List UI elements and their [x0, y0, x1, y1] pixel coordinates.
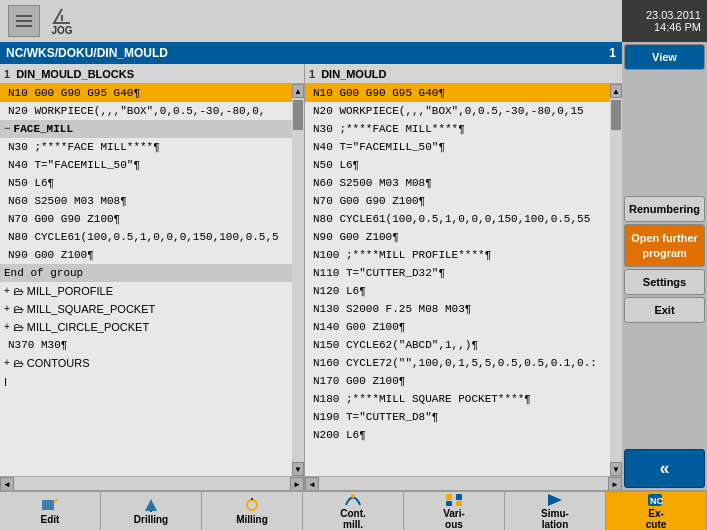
h-scroll-right-right[interactable]: ►	[608, 477, 622, 490]
right-pane-header: 1 DIN_MOULD	[305, 64, 622, 84]
left-pane-title: DIN_MOULD_BLOCKS	[16, 68, 134, 80]
right-pane-title: DIN_MOULD	[321, 68, 386, 80]
scroll-down-arrow-right[interactable]: ▼	[610, 462, 622, 476]
code-line[interactable]: N130 S2000 F.25 M08 M03¶	[305, 300, 610, 318]
code-line[interactable]: N90 G00 Z100¶	[305, 228, 610, 246]
code-line[interactable]: N70 G00 G90 Z100¶	[305, 192, 610, 210]
jog-label: JOG	[51, 25, 72, 36]
right-pane: 1 DIN_MOULD N10 G00 G90 G95 G40¶ N20 WOR…	[305, 64, 622, 490]
code-line[interactable]: N110 T="CUTTER_D32"¶	[305, 264, 610, 282]
datetime-display: 23.03.2011 14:46 PM	[622, 0, 707, 42]
left-pane-header: 1 DIN_MOULD_BLOCKS	[0, 64, 304, 84]
milling-icon	[242, 497, 262, 513]
code-line[interactable]: N100 ;****MILL PROFILE****¶	[305, 246, 610, 264]
svg-marker-15	[548, 494, 562, 506]
open-further-program-button[interactable]: Open furtherprogram	[624, 224, 705, 267]
various-label: Vari-ous	[443, 508, 465, 530]
drilling-label: Drilling	[134, 514, 168, 525]
nav-back-button[interactable]: «	[624, 449, 705, 488]
svg-rect-11	[446, 494, 452, 500]
right-scrollbar[interactable]: ▲ ▼	[610, 84, 622, 476]
milling-label: Milling	[236, 514, 268, 525]
drilling-button[interactable]: Drilling	[101, 492, 202, 530]
execute-button[interactable]: NC Ex-cute	[606, 492, 707, 530]
scroll-up-arrow[interactable]: ▲	[292, 84, 304, 98]
group-item-mill-circle[interactable]: + 🗁 MILL_CIRCLE_POCKET	[0, 318, 292, 336]
svg-line-5	[54, 499, 58, 502]
code-line[interactable]: N40 T="FACEMILL_50"¶	[0, 156, 292, 174]
code-line[interactable]: N40 T="FACEMILL_50"¶	[305, 138, 610, 156]
svg-rect-13	[446, 501, 452, 506]
group-item-mill-square[interactable]: + 🗁 MILL_SQUARE_POCKET	[0, 300, 292, 318]
scroll-up-arrow-right[interactable]: ▲	[610, 84, 622, 98]
h-scroll-left[interactable]: ◄	[0, 477, 14, 490]
execute-icon: NC	[646, 493, 666, 507]
right-pane-content: N10 G00 G90 G95 G40¶ N20 WORKPIECE(,,,"B…	[305, 84, 610, 476]
right-pane-number: 1	[309, 68, 315, 80]
svg-rect-14	[456, 501, 462, 506]
cursor-indicator: I	[0, 372, 292, 392]
right-sidebar: View Renumbering Open furtherprogram Set…	[622, 42, 707, 490]
bottom-toolbar: Edit Drilling Milling Cont.mill.	[0, 490, 707, 530]
code-line[interactable]: N160 CYCLE72("",100,0,1,5,5,0.5,0.5,0.1,…	[305, 354, 610, 372]
h-scroll-right[interactable]: ►	[290, 477, 304, 490]
svg-rect-1	[16, 20, 32, 22]
exit-button[interactable]: Exit	[624, 297, 705, 323]
code-line[interactable]: N200 L6¶	[305, 426, 610, 444]
left-scrollbar[interactable]: ▲ ▼	[292, 84, 304, 476]
code-line[interactable]: N20 WORKPIECE(,,,"BOX",0,0.5,-30,-80,0,1…	[305, 102, 610, 120]
code-line[interactable]: N170 G00 Z100¶	[305, 372, 610, 390]
code-line[interactable]: N190 T="CUTTER_D8"¶	[305, 408, 610, 426]
renumbering-button[interactable]: Renumbering	[624, 196, 705, 222]
h-scroll-left-right[interactable]: ◄	[305, 477, 319, 490]
group-header-face-mill[interactable]: −FACE_MILL	[0, 120, 292, 138]
view-button[interactable]: View	[624, 44, 705, 70]
code-line[interactable]: N50 L6¶	[305, 156, 610, 174]
settings-button[interactable]: Settings	[624, 269, 705, 295]
code-line[interactable]: N30 ;****FACE MILL****¶	[0, 138, 292, 156]
code-line[interactable]: N80 CYCLE61(100,0.5,1,0,0,0,150,100,0.5,…	[0, 228, 292, 246]
code-line[interactable]: N180 ;****MILL SQUARE POCKET****¶	[305, 390, 610, 408]
edit-label: Edit	[41, 514, 60, 525]
code-line[interactable]: N30 ;****FACE MILL****¶	[305, 120, 610, 138]
code-line[interactable]: N10 G00 G90 G95 G40¶	[0, 84, 292, 102]
page-number: 1	[609, 46, 616, 60]
edit-button[interactable]: Edit	[0, 492, 101, 530]
left-pane-content: N10 G00 G90 G95 G40¶ N20 WORKPIECE(,,,"B…	[0, 84, 292, 476]
left-pane: 1 DIN_MOULD_BLOCKS N10 G00 G90 G95 G40¶ …	[0, 64, 305, 490]
code-line[interactable]: N70 G00 G90 Z100¶	[0, 210, 292, 228]
code-line[interactable]: N90 G00 Z100¶	[0, 246, 292, 264]
code-line[interactable]: N120 L6¶	[305, 282, 610, 300]
code-line[interactable]: N50 L6¶	[0, 174, 292, 192]
end-of-group: End of group	[0, 264, 292, 282]
left-h-scrollbar[interactable]: ◄ ►	[0, 476, 304, 490]
cont-mill-button[interactable]: Cont.mill.	[303, 492, 404, 530]
code-line[interactable]: N10 G00 G90 G95 G40¶	[305, 84, 610, 102]
path-bar: NC/WKS/DOKU/DIN_MOULD 1	[0, 42, 622, 64]
cont-mill-icon	[343, 493, 363, 507]
svg-marker-6	[145, 499, 157, 511]
svg-rect-12	[456, 494, 462, 500]
simulation-button[interactable]: Simu-lation	[505, 492, 606, 530]
svg-point-8	[247, 500, 257, 510]
code-line[interactable]: N60 S2500 M03 M08¶	[0, 192, 292, 210]
code-line[interactable]: N370 M30¶	[0, 336, 292, 354]
code-line[interactable]: N20 WORKPIECE(,,,"BOX",0,0.5,-30,-80,0,	[0, 102, 292, 120]
svg-text:NC: NC	[650, 496, 663, 506]
various-button[interactable]: Vari-ous	[404, 492, 505, 530]
right-h-scrollbar[interactable]: ◄ ►	[305, 476, 622, 490]
code-line[interactable]: N60 S2500 M03 M08¶	[305, 174, 610, 192]
group-item-contours[interactable]: + 🗁 CONTOURS	[0, 354, 292, 372]
code-line[interactable]: N150 CYCLE62("ABCD",1,,)¶	[305, 336, 610, 354]
various-icon	[444, 493, 464, 507]
svg-rect-0	[16, 15, 32, 17]
code-line[interactable]: N140 G00 Z100¶	[305, 318, 610, 336]
scroll-down-arrow[interactable]: ▼	[292, 462, 304, 476]
code-line[interactable]: N80 CYCLE61(100,0.5,1,0,0,0,150,100,0.5,…	[305, 210, 610, 228]
main-content: 1 DIN_MOULD_BLOCKS N10 G00 G90 G95 G40¶ …	[0, 64, 622, 490]
milling-button[interactable]: Milling	[202, 492, 303, 530]
simulation-icon	[545, 493, 565, 507]
edit-icon	[40, 497, 60, 513]
group-item-mill-profile[interactable]: + 🗁 MILL_POROFILE	[0, 282, 292, 300]
menu-icon[interactable]	[8, 5, 40, 37]
